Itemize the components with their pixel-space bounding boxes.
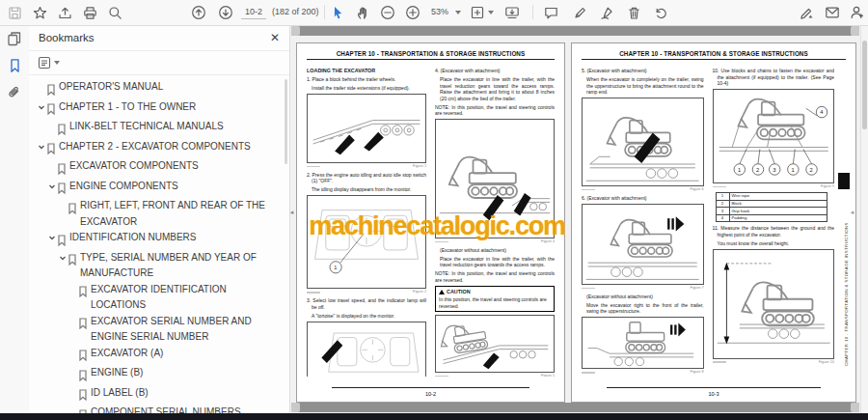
bookmark-item[interactable]: EXCAVATOR (A)	[29, 346, 289, 366]
step-text: 4. (Excavator with attachment)	[435, 68, 555, 74]
tie-down-parts-table: 1Wire rope 2Block 3Grip hook 4Padding	[716, 192, 827, 222]
figure-label: Figure 8	[691, 370, 704, 375]
bookmark-item[interactable]: CHAPTER 2 - EXCAVATOR COMPONENTS	[29, 139, 289, 159]
bookmark-item[interactable]: EXCAVATOR SERIAL NUMBER AND ENGINE SERIA…	[29, 314, 289, 346]
zoom-in-button[interactable]	[404, 4, 421, 21]
page-header: CHAPTER 10 - TRANSPORTATION & STORAGE IN…	[572, 50, 855, 57]
arrow-up-circle-icon	[191, 5, 206, 20]
bookmarks-panel-button[interactable]	[0, 52, 29, 79]
chapter-tab-marker	[838, 173, 850, 189]
bookmark-icon	[46, 84, 56, 96]
figure-label: Figure 5	[541, 374, 555, 377]
toolbar-separator	[324, 5, 325, 19]
bookmark-item[interactable]: TYPE, SERIAL NUMBER AND YEAR OF MANUFACT…	[29, 250, 289, 282]
chevron-down-icon[interactable]	[36, 103, 46, 111]
zoom-level-label[interactable]: 53%	[431, 7, 448, 16]
star-icon	[33, 6, 47, 20]
bookmark-item[interactable]: ENGINE COMPONENTS	[29, 179, 289, 199]
caution-box: CAUTION In this position, the travel and…	[435, 286, 555, 313]
pages-panel-button[interactable]	[0, 25, 29, 52]
chevron-down-icon[interactable]	[57, 254, 68, 262]
highlight-button[interactable]	[571, 4, 588, 21]
toolbar: (182 of 200) 53%	[0, 0, 868, 26]
share-upload-button[interactable]	[56, 4, 73, 21]
figure-trailer-ramp	[307, 94, 426, 163]
paperclip-icon	[7, 85, 22, 100]
bookmark-tree: OPERATOR'S MANUAL CHAPTER 1 - TO THE OWN…	[29, 75, 289, 413]
zoom-out-button[interactable]	[379, 4, 396, 21]
bookmark-item[interactable]: IDENTIFICATION NUMBERS	[29, 230, 289, 250]
figure-overall-height	[713, 249, 835, 359]
step-text: 2. Press the engine auto idling and auto…	[307, 172, 426, 184]
zoom-dropdown-caret[interactable]	[455, 11, 461, 14]
hand-tool-button[interactable]	[354, 4, 371, 21]
bookmark-item[interactable]: CHAPTER 1 - TO THE OWNER	[29, 99, 289, 120]
email-button[interactable]	[824, 4, 841, 21]
bottom-bar	[0, 413, 868, 420]
next-page-button[interactable]	[217, 4, 234, 21]
printer-icon	[83, 6, 97, 20]
comment-button[interactable]	[542, 4, 559, 21]
horizontal-scrollbar-top[interactable]	[291, 26, 859, 36]
bookmark-icon	[78, 389, 88, 401]
bookmark-item[interactable]: OPERATOR'S MANUAL	[29, 79, 289, 99]
undo-button[interactable]	[652, 4, 669, 21]
fit-width-button[interactable]	[503, 4, 521, 21]
step-text: (Excavator without attachment)	[582, 294, 704, 300]
step-text: Install the trailer side extensions (if …	[307, 85, 426, 92]
bookmark-options-button[interactable]	[38, 56, 60, 70]
step-text: The idling display disappears from the m…	[307, 186, 426, 193]
fit-dropdown-caret[interactable]	[488, 11, 494, 14]
page-header: CHAPTER 10 - TRANSPORTATION & STORAGE IN…	[297, 50, 564, 57]
fit-page-button[interactable]	[469, 4, 486, 21]
close-icon[interactable]: ✕	[270, 32, 280, 43]
signature-button[interactable]	[598, 4, 615, 21]
right-collapse-handle[interactable]: ◂	[849, 195, 855, 230]
minus-circle-icon	[380, 5, 395, 20]
figure-monitor-callout: 1	[307, 195, 426, 289]
bookmark-icon	[78, 350, 88, 361]
bookmark-item[interactable]: EXCAVATOR IDENTIFICATION LOCATIONS	[29, 282, 289, 314]
page-number-input[interactable]	[241, 5, 266, 19]
note-text: NOTE: In this position, the travel and s…	[435, 270, 555, 283]
delete-button[interactable]	[625, 4, 642, 21]
bookmark-item[interactable]: ENGINE (B)	[29, 365, 289, 385]
chevron-down-icon[interactable]	[36, 143, 46, 151]
list-options-icon	[38, 56, 51, 70]
bookmark-item[interactable]: COMPONENT SERIAL NUMBERS	[29, 405, 289, 413]
share-person-button[interactable]	[849, 4, 866, 21]
horizontal-scrollbar-bottom[interactable]	[291, 403, 859, 412]
figure-label: Figure 7	[691, 286, 704, 291]
bookmark-icon	[68, 254, 77, 266]
fill-sign-button[interactable]	[799, 4, 816, 21]
save-button[interactable]	[6, 4, 23, 21]
step-text: Move the excavator right to the front of…	[582, 302, 704, 315]
note-text: NOTE: In this position, the travel and s…	[435, 104, 555, 117]
search-button[interactable]	[106, 4, 123, 21]
bookmark-item[interactable]: EXCAVATOR COMPONENTS	[29, 158, 289, 179]
svg-text:2: 2	[809, 167, 812, 173]
favorite-button[interactable]	[31, 4, 48, 21]
fill-sign-icon	[800, 5, 815, 20]
step-text: 11. Measure the distance between the gro…	[713, 225, 835, 238]
step-text: 3. Select low travel speed, and the indi…	[307, 297, 426, 310]
bookmark-item[interactable]: RIGHT, LEFT, FRONT AND REAR OF THE EXCAV…	[29, 198, 289, 230]
pdf-viewer-window: (182 of 200) 53%	[0, 0, 868, 420]
attachments-panel-button[interactable]	[0, 79, 29, 106]
vertical-scrollbar[interactable]	[860, 25, 868, 413]
figure-excavator-with-attachment	[435, 119, 555, 238]
bookmark-item[interactable]: LINK-BELT TECHNICAL MANUALS	[29, 119, 289, 139]
vertical-scrollbar-thumb[interactable]	[862, 41, 867, 129]
bookmark-icon	[78, 370, 88, 381]
chevron-down-icon[interactable]	[46, 182, 57, 190]
bookmark-item[interactable]: ID LABEL (B)	[29, 385, 289, 406]
bookmark-icon	[68, 203, 77, 214]
comment-icon	[544, 6, 558, 20]
figure-swing-upperstructure	[582, 98, 704, 186]
figure-on-trailer	[582, 204, 704, 285]
panel-scrollbar[interactable]	[285, 79, 287, 164]
print-button[interactable]	[81, 4, 98, 21]
previous-page-button[interactable]	[190, 4, 207, 21]
select-tool-button[interactable]	[329, 4, 346, 21]
chevron-down-icon[interactable]	[46, 234, 57, 241]
